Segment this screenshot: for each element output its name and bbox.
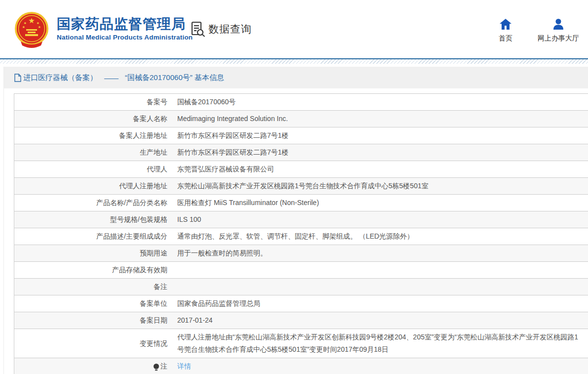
row-value: 详情 (171, 358, 588, 374)
row-value: 新竹市东区科学园区研发二路7号1楼 (171, 127, 588, 144)
row-value: 代理人注册地址由“东莞松山湖高新技术产业开发区创新科技园9号楼2楼204、205… (171, 329, 588, 358)
table-row: 产品名称/产品分类名称医用检查灯 MiiS Transilluminator (… (14, 195, 588, 211)
table-row: 备案人注册地址新竹市东区科学园区研发二路7号1楼 (14, 127, 588, 144)
row-value: 医用检查灯 MiiS Transilluminator (Non-Sterile… (171, 195, 588, 211)
home-icon (500, 19, 511, 30)
row-value: ILS 100 (171, 211, 588, 228)
detail-link[interactable]: 详情 (177, 362, 191, 370)
row-label: 备案日期 (14, 312, 171, 329)
table-row: 预期用途用于一般检查时的简易照明。 (14, 245, 588, 262)
row-value: 东莞晋弘医疗器械设备有限公司 (171, 161, 588, 177)
page-title-bar: 进口医疗器械（备案） —— “国械备20170060号” 基本信息 (4, 67, 588, 88)
row-value: Medimaging Integrated Solution Inc. (171, 111, 588, 127)
page-title-category: 进口医疗器械（备案） (23, 73, 97, 83)
row-label: 产品描述/主要组成成分 (14, 228, 171, 245)
person-icon (552, 19, 564, 30)
row-value: 通常由灯泡、反光罩、软管、调节杆、固定杆、脚架组成。 （LED光源除外） (171, 228, 588, 245)
table-row: 产品描述/主要组成成分通常由灯泡、反光罩、软管、调节杆、固定杆、脚架组成。 （L… (14, 228, 588, 245)
table-row: 代理人东莞晋弘医疗器械设备有限公司 (14, 161, 588, 178)
document-search-icon (191, 21, 206, 37)
svg-text:★: ★ (22, 25, 25, 29)
table-row: 备案日期2017-01-24 (14, 312, 588, 329)
info-table: 备案号国械备20170060号备案人名称Medimaging Integrate… (14, 93, 588, 374)
row-label: 备案号 (14, 94, 171, 110)
row-value: 新竹市东区科学园区研发二路7号1楼 (171, 144, 588, 161)
table-row: 备案人名称Medimaging Integrated Solution Inc. (14, 111, 588, 127)
national-emblem-icon: ★ ★ ★ ★ ★ (13, 11, 50, 48)
table-row: 备案单位国家食品药品监督管理总局 (14, 295, 588, 312)
row-value: 国家食品药品监督管理总局 (171, 295, 588, 312)
nav-service-hall[interactable]: 网上办事大厅 (538, 19, 579, 43)
row-label: 代理人注册地址 (14, 178, 171, 194)
row-value (171, 285, 588, 289)
table-row: 代理人注册地址东莞松山湖高新技术产业开发区桃园路1号莞台生物技术合作育成中心5栋… (14, 178, 588, 195)
table-row: 变更情况代理人注册地址由“东莞松山湖高新技术产业开发区创新科技园9号楼2楼204… (14, 329, 588, 358)
national-emblem-logo[interactable]: ★ ★ ★ ★ ★ (13, 11, 50, 48)
table-row: 备注 (14, 279, 588, 295)
row-value: 用于一般检查时的简易照明。 (171, 245, 588, 261)
row-label: 代理人 (14, 161, 171, 177)
row-label: 生产地址 (14, 144, 171, 161)
site-title: 国家药品监督管理局 (57, 16, 193, 32)
svg-text:★: ★ (38, 25, 41, 29)
nav-home[interactable]: 首页 (492, 19, 519, 43)
row-label: 备注 (14, 279, 171, 295)
page-title-dash: —— (104, 74, 118, 82)
table-row: 生产地址新竹市东区科学园区研发二路7号1楼 (14, 144, 588, 161)
row-value: 东莞松山湖高新技术产业开发区桃园路1号莞台生物技术合作育成中心5栋5楼501室 (171, 178, 588, 194)
table-row: 备案号国械备20170060号 (14, 94, 588, 111)
document-icon (14, 74, 21, 82)
row-label: 型号规格/包装规格 (14, 211, 171, 228)
row-value (171, 268, 588, 272)
table-row: 注详情 (14, 358, 588, 374)
data-query-section[interactable]: 数据查询 (191, 21, 252, 37)
table-row: 产品存储及有效期 (14, 262, 588, 279)
table-row: 型号规格/包装规格ILS 100 (14, 211, 588, 228)
row-value: 国械备20170060号 (171, 94, 588, 110)
row-label: 备案人注册地址 (14, 127, 171, 144)
row-label: 产品名称/产品分类名称 (14, 195, 171, 211)
top-nav: 首页 网上办事大厅 (492, 19, 579, 43)
svg-text:★: ★ (28, 16, 35, 25)
row-label: 备案单位 (14, 295, 171, 312)
brand-block: 国家药品监督管理局 National Medical Products Admi… (57, 16, 193, 41)
nav-service-hall-label: 网上办事大厅 (538, 34, 579, 43)
nav-home-label: 首页 (499, 34, 512, 43)
hatch-pattern-strip (0, 59, 588, 64)
data-query-label: 数据查询 (208, 22, 252, 36)
site-header: ★ ★ ★ ★ ★ 国家药品监督管理局 National Medical Pro… (0, 0, 588, 58)
svg-text:★: ★ (37, 21, 39, 25)
page-title-record: “国械备20170060号” 基本信息 (125, 73, 224, 83)
row-label: 产品存储及有效期 (14, 262, 171, 278)
row-value: 2017-01-24 (171, 312, 588, 329)
page-container: 进口医疗器械（备案） —— “国械备20170060号” 基本信息 备案号国械备… (3, 67, 588, 374)
row-label: 预期用途 (14, 245, 171, 261)
site-subtitle: National Medical Products Administration (57, 34, 193, 41)
note-icon (154, 364, 159, 369)
row-label: 备案人名称 (14, 111, 171, 127)
row-label: 注 (14, 358, 171, 374)
svg-text:★: ★ (24, 21, 27, 25)
row-label: 变更情况 (14, 329, 171, 358)
